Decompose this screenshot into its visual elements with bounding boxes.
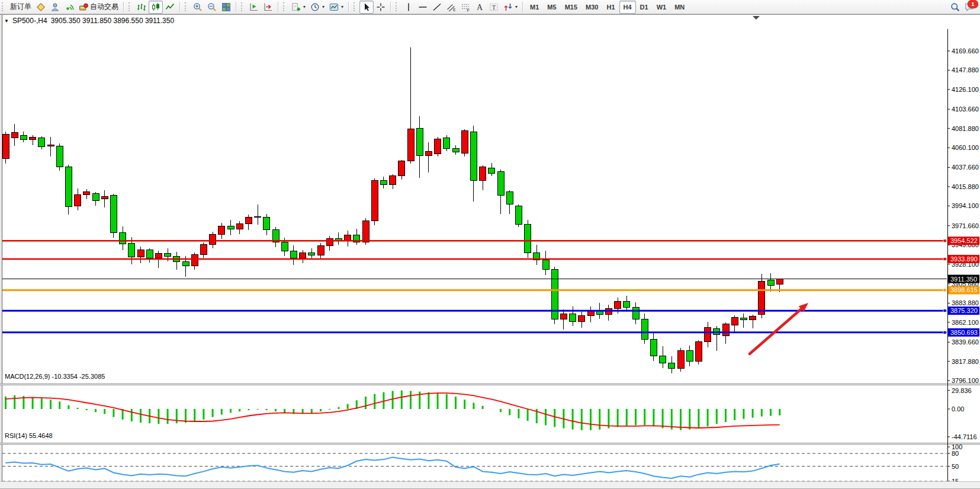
line-drag-handle[interactable]	[943, 331, 946, 334]
market-watch-icon[interactable]	[34, 1, 48, 14]
price-line-label: 3875.320	[948, 306, 979, 315]
periods-icon[interactable]: ▾	[308, 1, 327, 14]
price-tick-label: 3883.880	[952, 299, 979, 306]
equidistant-channel-icon[interactable]: E	[444, 1, 458, 14]
bar-chart-icon[interactable]	[134, 1, 149, 14]
toolbar-group	[134, 1, 177, 14]
price-tick-label: 4126.100	[952, 86, 979, 93]
timeframe-d1[interactable]: D1	[636, 1, 653, 14]
timeframe-m30[interactable]: M30	[581, 1, 602, 14]
new-order-button[interactable]: 新订单	[8, 1, 34, 14]
horizontal-line[interactable]	[2, 309, 947, 312]
notifications-icon[interactable]: 1	[965, 2, 974, 12]
horizontal-line[interactable]	[2, 239, 947, 242]
line-chart-icon	[165, 2, 175, 12]
toolbar-grip[interactable]	[283, 2, 287, 11]
candlestick-chart-icon	[151, 2, 160, 12]
status-strip	[0, 481, 980, 489]
toolbar-group	[191, 1, 233, 14]
horizontal-line[interactable]	[2, 257, 947, 260]
timeframe-h4[interactable]: H4	[619, 1, 636, 14]
autotrading-button[interactable]: 自动交易	[76, 1, 121, 14]
svg-text:F: F	[467, 8, 470, 12]
crosshair-icon	[376, 2, 385, 12]
vertical-line-icon[interactable]	[401, 1, 416, 14]
price-axis[interactable]: 4169.6604147.8804126.1004103.6604081.880…	[947, 47, 979, 384]
timeframe-m15[interactable]: M15	[561, 1, 581, 14]
chart-shift-marker[interactable]	[753, 16, 760, 20]
timeframe-w1[interactable]: W1	[653, 1, 671, 14]
timeframe-h1[interactable]: H1	[602, 1, 619, 14]
toolbar-grip[interactable]	[185, 2, 188, 11]
text-icon[interactable]: A	[473, 1, 487, 14]
price-line-label: 3933.890	[948, 255, 979, 263]
indicators-icon[interactable]: ▾	[289, 1, 308, 14]
main-toolbar: 新订单自动交易▾▾▾EFAT▾M1M5M15M30H1H4D1W1MN1	[0, 0, 980, 14]
line-drag-handle[interactable]	[943, 309, 946, 312]
toolbar-grip[interactable]	[2, 2, 5, 11]
account-icon[interactable]	[48, 1, 62, 14]
zoom-in-icon[interactable]	[191, 1, 205, 14]
timeframe-mn[interactable]: MN	[670, 1, 689, 14]
zoom-out-icon	[207, 2, 217, 12]
label-icon[interactable]: T	[487, 1, 501, 14]
trendline-icon	[432, 2, 442, 12]
candlestick-chart-icon[interactable]	[149, 1, 163, 14]
market-watch-icon	[36, 2, 46, 12]
templates-icon	[329, 2, 339, 12]
chevron-down-icon[interactable]: ▾	[515, 4, 518, 9]
toolbar-separator	[522, 2, 523, 12]
price-tick-label: 4081.880	[952, 125, 979, 132]
fibonacci-icon[interactable]: F	[458, 1, 473, 14]
auto-scroll-icon[interactable]	[247, 1, 261, 14]
toolbar-separator	[123, 2, 124, 12]
tile-windows-icon[interactable]	[219, 1, 233, 14]
chevron-down-icon[interactable]: ▾	[322, 4, 324, 9]
vertical-line-icon	[404, 2, 413, 12]
toolbar-grip[interactable]	[128, 2, 132, 11]
trendline-icon[interactable]	[430, 1, 444, 14]
equidistant-channel-icon: E	[446, 2, 456, 12]
templates-icon[interactable]: ▾	[327, 1, 346, 14]
price-tick-label: 3839.660	[952, 338, 979, 346]
toolbar-grip[interactable]	[241, 2, 245, 11]
rsi-indicator-label: RSI(14) 55.4648	[5, 432, 53, 439]
line-drag-handle[interactable]	[943, 289, 946, 292]
toolbar-group: 新订单自动交易	[8, 1, 121, 14]
signals-icon	[65, 2, 74, 12]
svg-text:3911.350: 3911.350	[950, 276, 977, 283]
chart-window: ▼ SP500-,H4 3905.350 3911.850 3896.550 3…	[0, 14, 980, 489]
autotrading-icon	[79, 2, 88, 12]
crosshair-icon[interactable]	[374, 1, 388, 14]
chevron-down-icon[interactable]: ▾	[303, 4, 306, 9]
search-icon[interactable]	[950, 2, 960, 12]
chart-shift-icon[interactable]	[261, 1, 275, 14]
horizontal-line-icon[interactable]	[416, 1, 430, 14]
chart-shift-icon	[264, 2, 273, 12]
chart-canvas[interactable]: 4169.6604147.8804126.1004103.6604081.880…	[0, 14, 980, 489]
line-chart-icon[interactable]	[163, 1, 177, 14]
chevron-down-icon[interactable]: ▾	[341, 4, 343, 9]
horizontal-line[interactable]	[2, 289, 947, 292]
horizontal-line[interactable]	[2, 331, 947, 334]
svg-text:3875.320: 3875.320	[950, 307, 978, 314]
new-order-button-label: 新订单	[10, 2, 31, 12]
mt4-window: 新订单自动交易▾▾▾EFAT▾M1M5M15M30H1H4D1W1MN1 ▼ S…	[0, 0, 980, 489]
macd-indicator-label: MACD(12,26,9) -10.3354 -25.3085	[5, 373, 105, 380]
timeframe-m5[interactable]: M5	[543, 1, 560, 14]
line-drag-handle[interactable]	[943, 239, 946, 242]
chart-symbol-period: SP500-,H4	[12, 17, 47, 25]
toolbar-grip[interactable]	[396, 2, 399, 11]
toolbar-group: ▾▾▾	[289, 1, 346, 14]
arrows-icon[interactable]: ▾	[501, 1, 520, 14]
collapse-ohlc-icon[interactable]: ▼	[4, 18, 9, 24]
toolbar-group	[247, 1, 275, 14]
fibonacci-icon: F	[461, 2, 470, 12]
cursor-icon[interactable]	[359, 1, 374, 14]
signals-icon[interactable]	[62, 1, 76, 14]
macd-axis[interactable]: 29.8360.00-44.7116	[947, 387, 977, 440]
zoom-out-icon[interactable]	[205, 1, 219, 14]
line-drag-handle[interactable]	[943, 257, 946, 260]
toolbar-grip[interactable]	[354, 2, 357, 11]
timeframe-m1[interactable]: M1	[526, 1, 543, 14]
